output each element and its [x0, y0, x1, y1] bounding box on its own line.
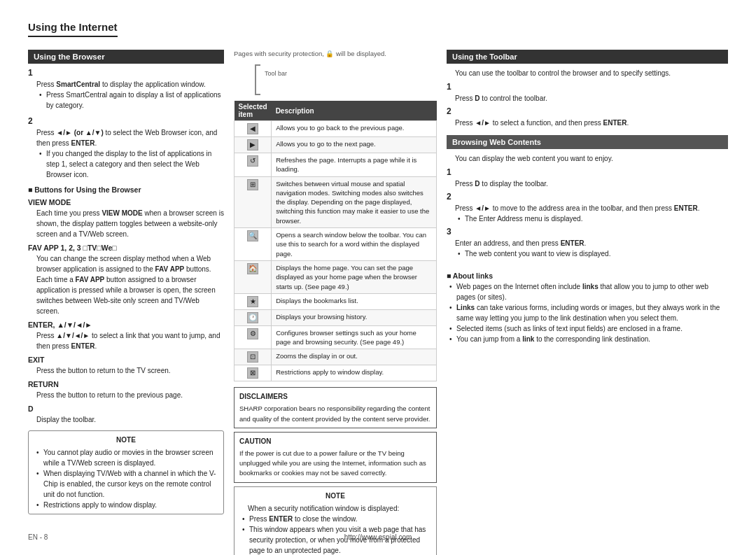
toolbar-section-header: Using the Toolbar	[447, 50, 728, 64]
table-icon-cell: ⊠	[234, 365, 272, 381]
page: Using the Internet Using the Browser 1 P…	[0, 0, 756, 555]
enter-text: Press ▲/▼/◄/► to select a link that you …	[36, 330, 224, 351]
toolbar-label: Tool bar	[265, 70, 287, 77]
toolbar-step2-text: Press ◄/► to select a function, and then…	[455, 118, 728, 128]
table-desc-cell: Configures browser settings such as your…	[272, 325, 437, 349]
caution-title: CAUTION	[239, 436, 431, 447]
table-desc-cell: Displays your browsing history.	[272, 309, 437, 325]
exit-label: EXIT	[28, 356, 224, 364]
browsing-step2-num: 2	[447, 192, 728, 202]
table-row: ▶Allows you to go to the next page.	[234, 137, 437, 153]
links-item1: Web pages on the Internet often include …	[447, 281, 728, 302]
fav-app-label: FAV APP 1, 2, 3 □TV□We□	[28, 244, 224, 252]
right-column: Using the Toolbar You can use the toolba…	[447, 50, 728, 555]
table-row: 🏠Displays the home page. You can set the…	[234, 260, 437, 293]
step2-block: 2 Press ◄/► (or ▲/▼) to select the Web B…	[28, 116, 224, 180]
browser-icon: 🏠	[247, 263, 258, 274]
toolbar-step1-text: Press D to control the toolbar.	[455, 93, 728, 104]
table-row: ⊠Restrictions apply to window display.	[234, 365, 437, 381]
table-desc-cell: Allows you to go to the next page.	[272, 137, 437, 153]
table-icon-cell: ↺	[234, 153, 272, 177]
browser-icon: ⚙	[247, 328, 258, 339]
mid-note-item1: Press ENTER to close the window.	[239, 514, 431, 524]
d-label: D	[28, 405, 224, 413]
links-item2: Links can take various forms, including …	[447, 302, 728, 323]
left-note-item2: When displaying TV/Web with a channel in…	[34, 468, 218, 500]
table-row: ◀Allows you to go back to the previous p…	[234, 121, 437, 137]
table-desc-cell: Displays the bookmarks list.	[272, 293, 437, 309]
footer-url: http://www.espial.com	[0, 533, 756, 541]
browser-icon: ⊡	[247, 351, 258, 363]
disclaimers-title: DISCLAIMERS	[239, 391, 431, 402]
table-icon-cell: 🕐	[234, 309, 272, 325]
step1-text: Press SmartCentral to display the applic…	[36, 79, 224, 90]
browser-icon: 🕐	[247, 312, 258, 323]
security-caption: Pages with security protection, 🔒 will b…	[234, 50, 437, 57]
table-col2: Description	[272, 101, 437, 121]
browser-icon: 🔍	[247, 230, 258, 241]
browsing-step3-text: Enter an address, and then press ENTER.	[455, 238, 728, 248]
left-note-item1: You cannot play audio or movies in the b…	[34, 447, 218, 468]
left-note-box: NOTE You cannot play audio or movies in …	[28, 430, 224, 514]
table-desc-cell: Switches between virtual mouse and spati…	[272, 176, 437, 227]
table-row: 🔍Opens a search window below the toolbar…	[234, 228, 437, 261]
table-row: 🕐Displays your browsing history.	[234, 309, 437, 325]
table-desc-cell: Zooms the display in or out.	[272, 349, 437, 365]
links-item3: Selected items (such as links of text in…	[447, 323, 728, 334]
table-icon-cell: ⊞	[234, 176, 272, 227]
browser-icon: ▶	[247, 139, 258, 150]
mid-note-intro: When a security notification window is d…	[248, 503, 431, 514]
step2-num: 2	[28, 116, 224, 126]
step1-num: 1	[28, 68, 224, 78]
exit-text: Press the button to return to the TV scr…	[36, 365, 224, 376]
enter-label: ENTER, ▲/▼/◄/►	[28, 321, 224, 329]
middle-column: Pages with security protection, 🔒 will b…	[234, 50, 437, 555]
browsing-step1-text: Press D to display the toolbar.	[455, 178, 728, 189]
browser-icon: ◀	[247, 123, 258, 134]
table-desc-cell: Restrictions apply to window display.	[272, 365, 437, 381]
browsing-section-header: Browsing Web Contents	[447, 135, 728, 149]
browsing-step1-wrap: 1 Press D to display the toolbar.	[447, 167, 728, 189]
links-section: ■ About links Web pages on the Internet …	[447, 266, 728, 344]
browsing-step2-text: Press ◄/► to move to the address area in…	[455, 203, 728, 213]
toolbar-step2-wrap: 2 Press ◄/► to select a function, and th…	[447, 106, 728, 128]
browser-section-header: Using the Browser	[28, 50, 224, 64]
mid-note-box: NOTE When a security notification window…	[234, 486, 437, 555]
view-mode-text: Each time you press VIEW MODE when a bro…	[36, 208, 224, 239]
browser-icon: ⊞	[247, 179, 258, 190]
table-desc-cell: Refreshes the page. Interrupts a page wh…	[272, 153, 437, 177]
browser-icon: ★	[247, 296, 258, 307]
bracket-diagram: Tool bar	[255, 62, 437, 95]
return-label: RETURN	[28, 380, 224, 388]
left-note-item3: Restrictions apply to window display.	[34, 500, 218, 510]
browsing-step1-num: 1	[447, 167, 728, 177]
toolbar-intro: You can use the toolbar to control the b…	[455, 68, 728, 78]
table-desc-cell: Allows you to go back to the previous pa…	[272, 121, 437, 137]
links-header: ■ About links	[447, 272, 728, 280]
table-icon-cell: ⊡	[234, 349, 272, 365]
page-title: Using the Internet	[28, 21, 118, 37]
browsing-intro: You can display the web content you want…	[455, 153, 728, 164]
browser-icon: ↺	[247, 155, 258, 167]
table-icon-cell: ⚙	[234, 325, 272, 349]
view-mode-label: VIEW MODE	[28, 198, 224, 206]
browsing-step2-bullet: The Enter Address menu is displayed.	[455, 213, 728, 224]
browsing-step2-wrap: 2 Press ◄/► to move to the address area …	[447, 192, 728, 224]
browsing-step3-num: 3	[447, 227, 728, 237]
table-icon-cell: ▶	[234, 137, 272, 153]
mid-note-title: NOTE	[239, 491, 431, 501]
table-row: ⊡Zooms the display in or out.	[234, 349, 437, 365]
table-row: ⚙Configures browser settings such as you…	[234, 325, 437, 349]
table-row: ⊞Switches between virtual mouse and spat…	[234, 176, 437, 227]
browsing-step3-wrap: 3 Enter an address, and then press ENTER…	[447, 227, 728, 259]
caution-box: CAUTION If the power is cut due to a pow…	[234, 432, 437, 483]
disclaimers-box: DISCLAIMERS SHARP corporation bears no r…	[234, 387, 437, 428]
step2-text: Press ◄/► (or ▲/▼) to select the Web Bro…	[36, 127, 224, 148]
left-column: Using the Browser 1 Press SmartCentral t…	[28, 50, 224, 555]
table-icon-cell: ★	[234, 293, 272, 309]
links-item4: You can jump from a link to the correspo…	[447, 334, 728, 344]
bracket-symbol	[255, 64, 260, 95]
table-icon-cell: 🏠	[234, 260, 272, 293]
browsing-step3-bullet: The web content you want to view is disp…	[455, 248, 728, 259]
step1-bullet: Press SmartCentral again to display a li…	[36, 90, 224, 111]
